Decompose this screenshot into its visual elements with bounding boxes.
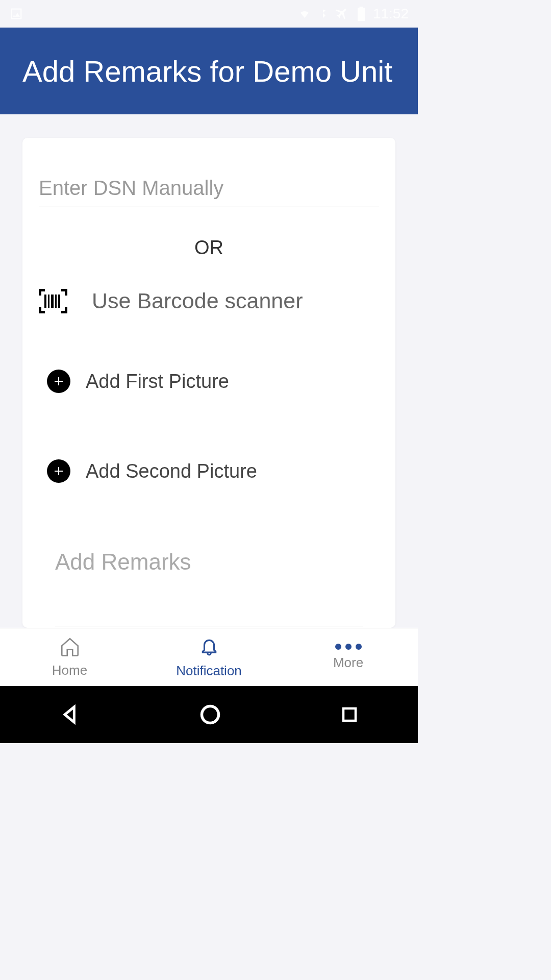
home-icon xyxy=(59,636,81,657)
barcode-scanner-button[interactable]: Use Barcode scanner xyxy=(39,288,379,313)
svg-rect-3 xyxy=(55,295,57,308)
home-circle-icon[interactable] xyxy=(199,703,221,726)
wifi-icon xyxy=(298,8,311,20)
add-second-picture-label: Add Second Picture xyxy=(86,460,257,482)
status-bar: 11:52 xyxy=(0,0,418,28)
dsn-input[interactable] xyxy=(39,174,379,207)
more-icon xyxy=(335,644,362,650)
add-first-picture-label: Add First Picture xyxy=(86,371,229,393)
bottom-tab-bar: Home Notification More xyxy=(0,628,418,686)
battery-icon xyxy=(357,7,366,21)
svg-rect-4 xyxy=(58,295,60,308)
tab-home-label: Home xyxy=(52,663,87,678)
page-title: Add Remarks for Demo Unit xyxy=(22,54,392,88)
svg-rect-0 xyxy=(44,295,46,308)
tab-more-label: More xyxy=(333,655,363,671)
recent-apps-icon[interactable] xyxy=(340,705,359,724)
image-icon xyxy=(9,7,23,21)
bluetooth-icon xyxy=(318,7,328,20)
app-header: Add Remarks for Demo Unit xyxy=(0,28,418,114)
android-nav-bar xyxy=(0,686,418,743)
barcode-icon xyxy=(39,289,67,313)
tab-home[interactable]: Home xyxy=(0,628,139,686)
or-divider: OR xyxy=(39,237,379,259)
bell-icon xyxy=(199,635,219,658)
plus-icon xyxy=(47,459,70,483)
plus-icon xyxy=(47,370,70,393)
tab-more[interactable]: More xyxy=(279,628,418,686)
tab-notification-label: Notification xyxy=(176,663,242,679)
svg-point-5 xyxy=(202,706,218,723)
add-first-picture-button[interactable]: Add First Picture xyxy=(39,370,379,393)
svg-rect-1 xyxy=(48,295,49,308)
status-time: 11:52 xyxy=(373,6,409,22)
form-card: OR Use Barcode scanner Add First Picture… xyxy=(22,138,395,628)
svg-rect-6 xyxy=(343,708,356,721)
barcode-label: Use Barcode scanner xyxy=(92,288,303,313)
airplane-icon xyxy=(335,7,349,21)
remarks-input[interactable] xyxy=(55,549,363,626)
svg-rect-2 xyxy=(51,295,54,308)
tab-notification[interactable]: Notification xyxy=(139,628,279,686)
back-icon[interactable] xyxy=(60,704,80,725)
add-second-picture-button[interactable]: Add Second Picture xyxy=(39,459,379,483)
